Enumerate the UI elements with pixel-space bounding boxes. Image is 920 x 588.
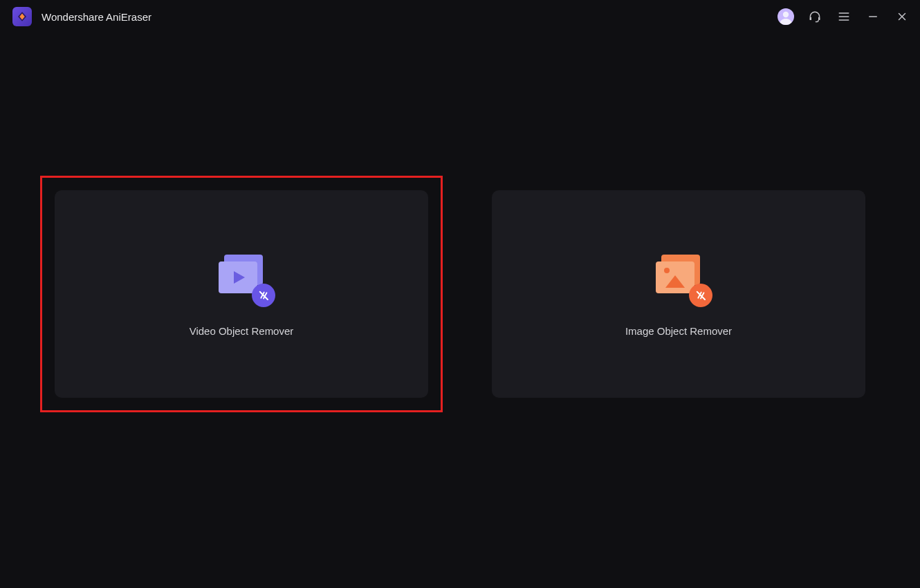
image-card-label: Image Object Remover (625, 325, 732, 337)
video-object-remover-card[interactable]: Video Object Remover (55, 190, 428, 398)
video-card-label: Video Object Remover (190, 325, 294, 337)
eraser-badge-icon (252, 284, 275, 307)
image-card-icon (652, 252, 706, 302)
image-object-remover-card[interactable]: Image Object Remover (492, 190, 865, 398)
image-card-wrap: Image Object Remover (477, 176, 880, 412)
video-card-icon (214, 252, 268, 302)
svg-point-10 (664, 268, 670, 273)
video-card-highlight: Video Object Remover (40, 176, 443, 412)
eraser-badge-icon (689, 284, 712, 307)
main-content: Video Object Remover (0, 0, 920, 588)
